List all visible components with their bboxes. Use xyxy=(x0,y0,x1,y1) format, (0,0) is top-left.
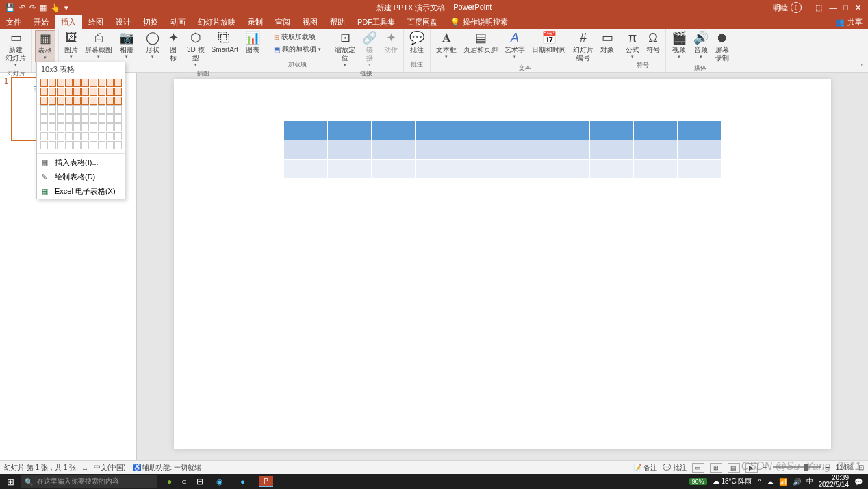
browser-icon[interactable]: ● xyxy=(236,476,250,487)
picture-button[interactable]: 🖼图片▾ xyxy=(62,30,81,61)
touch-mode-icon[interactable]: 👆 xyxy=(51,3,60,12)
table-button[interactable]: ▦ 表格 ▾ xyxy=(35,30,55,62)
ribbon-tabs: 文件 开始 插入 绘图 设计 切换 动画 幻灯片放映 录制 审阅 视图 帮助 P… xyxy=(0,15,868,29)
qat-more-icon[interactable]: ▾ xyxy=(64,3,68,12)
shapes-button[interactable]: ◯形状▾ xyxy=(143,30,162,61)
table-size-grid[interactable] xyxy=(37,77,125,152)
symbol-button[interactable]: Ω符号 xyxy=(643,30,663,55)
notes-button[interactable]: 📝 备注 xyxy=(633,463,657,473)
wordart-button[interactable]: A艺术字▾ xyxy=(502,30,528,61)
zoom-slider[interactable] xyxy=(773,466,821,468)
get-addins-button[interactable]: ⊞获取加载项 xyxy=(272,32,323,42)
tab-baidu[interactable]: 百度网盘 xyxy=(401,15,444,29)
tell-me-search[interactable]: 💡 操作说明搜索 xyxy=(450,17,508,27)
addin-icon: ⬒ xyxy=(274,46,280,53)
start-from-beginning-icon[interactable]: ▦ xyxy=(40,3,47,12)
zoom-in-button[interactable]: + xyxy=(826,464,830,471)
chart-button[interactable]: 📊图表 xyxy=(242,30,263,55)
taskbar-search[interactable]: 🔍 在这里输入你要搜索的内容 xyxy=(21,475,157,488)
collapse-ribbon-icon[interactable]: ˄ xyxy=(860,63,864,71)
share-button[interactable]: 👥 共享 xyxy=(835,17,868,27)
tab-draw[interactable]: 绘图 xyxy=(82,15,110,29)
undo-icon[interactable]: ↶ xyxy=(19,3,25,12)
save-icon[interactable]: 💾 xyxy=(5,3,15,12)
ribbon-display-icon[interactable]: ⬚ xyxy=(815,3,822,12)
table-icon: ▦ xyxy=(40,32,51,46)
action-button[interactable]: ✦动作 xyxy=(381,30,400,55)
notification-icon[interactable]: 💬 xyxy=(854,478,863,486)
excel-sheet-menu[interactable]: ▦Excel 电子表格(X) xyxy=(37,184,125,199)
screen-recording-button[interactable]: ⏺屏幕 录制 xyxy=(713,30,732,64)
tab-record[interactable]: 录制 xyxy=(242,15,269,29)
datetime-button[interactable]: 📅日期和时间 xyxy=(529,30,569,55)
slide-canvas[interactable] xyxy=(174,79,831,449)
zoom-out-button[interactable]: − xyxy=(763,464,767,471)
start-button[interactable]: ⊞ xyxy=(0,477,21,487)
lightbulb-icon: 💡 xyxy=(450,18,460,27)
3d-models-button[interactable]: ⬡3D 模 型▾ xyxy=(184,30,207,69)
account-area[interactable]: 明睦 𖠋 xyxy=(773,2,802,13)
pencil-icon: ✎ xyxy=(41,173,51,181)
smartart-button[interactable]: ⿻SmartArt xyxy=(209,30,241,55)
tab-home[interactable]: 开始 xyxy=(27,15,55,29)
weather-widget[interactable]: ☁ 18°C 阵雨 xyxy=(713,477,752,486)
spell-check-icon[interactable]: ⎵ xyxy=(83,464,87,471)
equation-button[interactable]: π公式▾ xyxy=(623,30,642,61)
tab-help[interactable]: 帮助 xyxy=(324,15,351,29)
headerfooter-button[interactable]: ▤页眉和页脚 xyxy=(461,30,500,55)
tab-file[interactable]: 文件 xyxy=(0,15,27,29)
task-view-icon[interactable]: ⊟ xyxy=(196,477,203,486)
close-icon[interactable]: ✕ xyxy=(855,3,861,12)
tab-transitions[interactable]: 切换 xyxy=(137,15,164,29)
windows-taskbar: ⊞ 🔍 在这里输入你要搜索的内容 ● ○ ⊟ ◉ ● P 96% ☁ 18°C … xyxy=(0,474,868,489)
slideshow-view-button[interactable]: ▶ xyxy=(745,463,758,473)
tab-insert[interactable]: 插入 xyxy=(55,15,82,29)
tab-design[interactable]: 设计 xyxy=(110,15,137,29)
fit-to-window-button[interactable]: ⊡ xyxy=(858,464,864,471)
audio-button[interactable]: 🔊音频▾ xyxy=(691,30,711,61)
language-status[interactable]: 中文(中国) xyxy=(94,463,126,473)
wifi-icon[interactable]: 📶 xyxy=(779,478,787,486)
tab-animations[interactable]: 动画 xyxy=(164,15,192,29)
icons-button[interactable]: ✦图 标 xyxy=(164,30,183,64)
tab-pdf-tools[interactable]: PDF工具集 xyxy=(351,15,401,29)
object-button[interactable]: ▭对象 xyxy=(598,30,617,55)
screenshot-button[interactable]: ⎙屏幕截图▾ xyxy=(82,30,115,61)
ime-indicator[interactable]: 中 xyxy=(806,477,813,486)
new-slide-button[interactable]: ▭ 新建 幻灯片 ▾ xyxy=(3,30,29,69)
maximize-icon[interactable]: □ xyxy=(843,3,848,12)
zoom-level[interactable]: 114% xyxy=(835,464,853,471)
comment-button[interactable]: 💬批注 xyxy=(407,30,427,55)
onedrive-icon[interactable]: ☁ xyxy=(767,478,774,486)
wechat-icon[interactable]: ● xyxy=(167,477,172,486)
accessibility-status[interactable]: ♿ 辅助功能: 一切就绪 xyxy=(133,463,201,473)
insert-table-menu[interactable]: ▦插入表格(I)... xyxy=(37,155,125,170)
link-button[interactable]: 🔗链 接▾ xyxy=(359,30,380,69)
group-media: 🎬视频▾ 🔊音频▾ ⏺屏幕 录制 媒体 xyxy=(666,29,735,72)
edge-icon[interactable]: ◉ xyxy=(213,476,227,487)
battery-badge[interactable]: 96% xyxy=(689,478,707,485)
draw-table-menu[interactable]: ✎绘制表格(D) xyxy=(37,170,125,184)
tray-chevron-icon[interactable]: ˄ xyxy=(758,478,761,486)
reading-view-button[interactable]: ▤ xyxy=(728,463,740,473)
volume-icon[interactable]: 🔊 xyxy=(793,478,801,486)
icons-icon: ✦ xyxy=(168,32,179,45)
slidenum-button[interactable]: #幻灯片 编号 xyxy=(570,30,596,64)
textbox-button[interactable]: 𝐀文本框▾ xyxy=(433,30,459,61)
redo-icon[interactable]: ↷ xyxy=(29,3,36,12)
my-addins-button[interactable]: ⬒我的加载项▾ xyxy=(272,44,323,55)
tab-slideshow[interactable]: 幻灯片放映 xyxy=(192,15,242,29)
comments-button[interactable]: 💬 批注 xyxy=(663,463,687,473)
powerpoint-taskbar-icon[interactable]: P xyxy=(259,476,273,487)
tray-date[interactable]: 2022/5/14 xyxy=(819,481,850,488)
tab-review[interactable]: 审阅 xyxy=(269,15,296,29)
sorter-view-button[interactable]: ⊞ xyxy=(710,463,722,473)
video-button[interactable]: 🎬视频▾ xyxy=(669,30,689,61)
minimize-icon[interactable]: — xyxy=(829,3,837,12)
album-button[interactable]: 📷相册▾ xyxy=(116,30,137,61)
slide-edit-area[interactable] xyxy=(137,73,868,460)
cortana-icon[interactable]: ○ xyxy=(181,477,186,486)
normal-view-button[interactable]: ▭ xyxy=(692,463,704,473)
tab-view[interactable]: 视图 xyxy=(296,15,324,29)
zoom-button[interactable]: ⊡缩放定 位▾ xyxy=(332,30,358,69)
